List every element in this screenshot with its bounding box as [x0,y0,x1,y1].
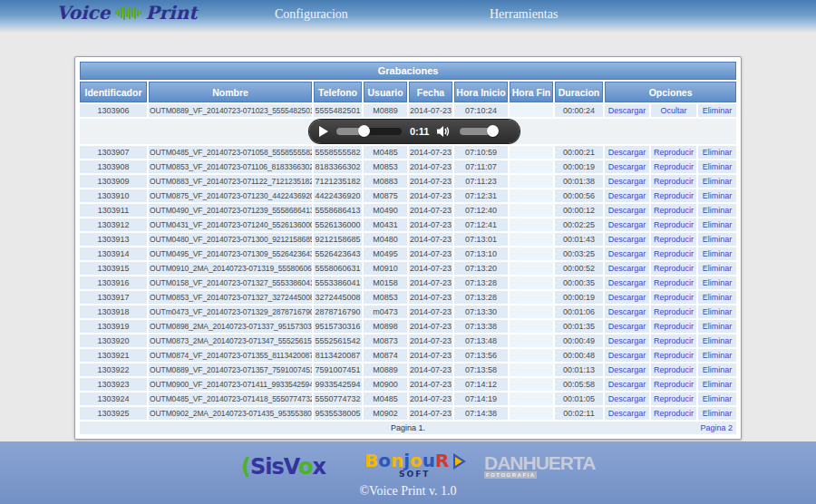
audio-player: 0:11 [309,120,520,143]
descargar-link[interactable]: Descargar [608,380,646,389]
reproducir-link[interactable]: Reproducir [654,235,694,244]
descargar-link[interactable]: Descargar [608,278,646,287]
eliminar-link[interactable]: Eliminar [703,380,733,389]
cell-hora-fin [510,291,553,304]
cell-fecha: 2014-07-23 [409,320,452,333]
reproducir-link[interactable]: Reproducir [654,206,694,215]
bonjour-play-icon [453,453,466,470]
descargar-link[interactable]: Descargar [608,220,646,229]
reproducir-link[interactable]: Reproducir [654,220,694,229]
nav-configuracion[interactable]: Configuracion [275,7,348,22]
cell-hora-inicio: 07:11:07 [454,160,508,173]
eliminar-link[interactable]: Eliminar [703,264,733,273]
cell-usuario: M0853 [364,160,407,173]
descargar-link[interactable]: Descargar [608,336,646,345]
descargar-link[interactable]: Descargar [608,191,646,200]
descargar-link[interactable]: Descargar [608,322,646,331]
cell-fecha: 2014-07-23 [409,378,452,391]
cell-nombre: OUTM0874_VF_20140723-071355_8113420087 [149,349,312,362]
descargar-link[interactable]: Descargar [608,409,646,418]
descargar-link[interactable]: Descargar [608,264,646,273]
nav-herramientas[interactable]: Herramientas [490,7,558,22]
reproducir-link[interactable]: Reproducir [654,191,694,200]
eliminar-link[interactable]: Eliminar [703,191,733,200]
cell-hora-fin [510,262,553,275]
cell-hora-fin [510,305,553,318]
reproducir-link[interactable]: Reproducir [654,394,694,403]
reproducir-link[interactable]: Reproducir [654,380,694,389]
reproducir-link[interactable]: Reproducir [654,293,694,302]
reproducir-link[interactable]: Reproducir [654,307,694,316]
descargar-link[interactable]: Descargar [608,394,646,403]
eliminar-link[interactable]: Eliminar [703,351,733,360]
table-row: 1303924 OUTM0485_VF_20140723-071418_5550… [80,393,736,405]
eliminar-link[interactable]: Eliminar [703,177,733,186]
descargar-link[interactable]: Descargar [608,249,646,258]
reproducir-link[interactable]: Reproducir [654,264,694,273]
eliminar-link[interactable]: Eliminar [703,162,733,171]
speaker-icon[interactable] [437,125,452,138]
reproducir-link[interactable]: Ocultar [660,106,686,115]
reproducir-link[interactable]: Reproducir [654,365,694,374]
eliminar-link[interactable]: Eliminar [703,307,733,316]
descargar-link[interactable]: Descargar [608,235,646,244]
eliminar-link[interactable]: Eliminar [703,235,733,244]
cell-nombre: OUTM0898_2MA_20140723-071337_9515730316 [149,320,312,333]
descargar-link[interactable]: Descargar [608,351,646,360]
eliminar-link[interactable]: Eliminar [703,249,733,258]
descargar-link[interactable]: Descargar [608,307,646,316]
reproducir-link[interactable]: Reproducir [654,162,694,171]
cell-hora-fin [510,334,553,347]
cell-fecha: 2014-07-23 [409,334,452,347]
cell-usuario: M0873 [364,334,407,347]
cell-identificador: 1303909 [80,175,147,188]
cell-hora-inicio: 07:14:38 [454,407,508,420]
descargar-link[interactable]: Descargar [608,177,646,186]
descargar-link[interactable]: Descargar [608,206,646,215]
cell-nombre: OUTM0485_VF_20140723-071418_5550774732 [149,393,312,405]
descargar-link[interactable]: Descargar [608,365,646,374]
reproducir-link[interactable]: Reproducir [654,409,694,418]
descargar-link[interactable]: Descargar [608,148,646,157]
eliminar-link[interactable]: Eliminar [703,148,733,157]
cell-identificador: 1303907 [80,146,147,159]
reproducir-link[interactable]: Reproducir [654,177,694,186]
column-header-row: Identificador Nombre Telefono Usuario Fe… [80,82,736,102]
descargar-link[interactable]: Descargar [608,162,646,171]
reproducir-link[interactable]: Reproducir [654,351,694,360]
reproducir-link[interactable]: Reproducir [654,322,694,331]
cell-hora-fin [510,104,553,117]
eliminar-link[interactable]: Eliminar [703,206,733,215]
eliminar-link[interactable]: Eliminar [703,409,733,418]
table-row: 1303920 OUTM0873_2MA_20140723-071347_555… [80,334,736,347]
eliminar-link[interactable]: Eliminar [703,278,733,287]
table-row: 1303911 OUTM0490_VF_20140723-071239_5558… [80,204,736,217]
cell-hora-fin [510,378,553,391]
eliminar-link[interactable]: Eliminar [703,365,733,374]
eliminar-link[interactable]: Eliminar [703,293,733,302]
eliminar-link[interactable]: Eliminar [703,322,733,331]
descargar-link[interactable]: Descargar [608,293,646,302]
table-row: 1303914 OUTM0495_VF_20140723-071309_5526… [80,247,736,260]
cell-usuario: M0875 [364,189,407,202]
cell-hora-inicio: 07:10:24 [454,104,508,117]
cell-duracion: 00:00:48 [555,349,603,362]
reproducir-link[interactable]: Reproducir [654,148,694,157]
reproducir-link[interactable]: Reproducir [654,249,694,258]
next-page-link[interactable]: Pagina 2 [701,422,733,434]
eliminar-link[interactable]: Eliminar [703,394,733,403]
cell-nombre: OUTM0889_VF_20140723-071357_7591007451 [149,363,312,376]
play-icon[interactable] [319,126,328,137]
eliminar-link[interactable]: Eliminar [703,220,733,229]
eliminar-link[interactable]: Eliminar [703,336,733,345]
eliminar-link[interactable]: Eliminar [703,106,733,115]
descargar-link[interactable]: Descargar [608,106,646,115]
progress-slider[interactable] [336,128,402,135]
cell-usuario: M0853 [364,291,407,304]
reproducir-link[interactable]: Reproducir [654,336,694,345]
cell-hora-inicio: 07:14:12 [454,378,508,391]
volume-slider[interactable] [460,128,498,135]
reproducir-link[interactable]: Reproducir [654,278,694,287]
cell-duracion: 00:00:56 [555,189,603,202]
col-usuario: Usuario [364,82,407,102]
